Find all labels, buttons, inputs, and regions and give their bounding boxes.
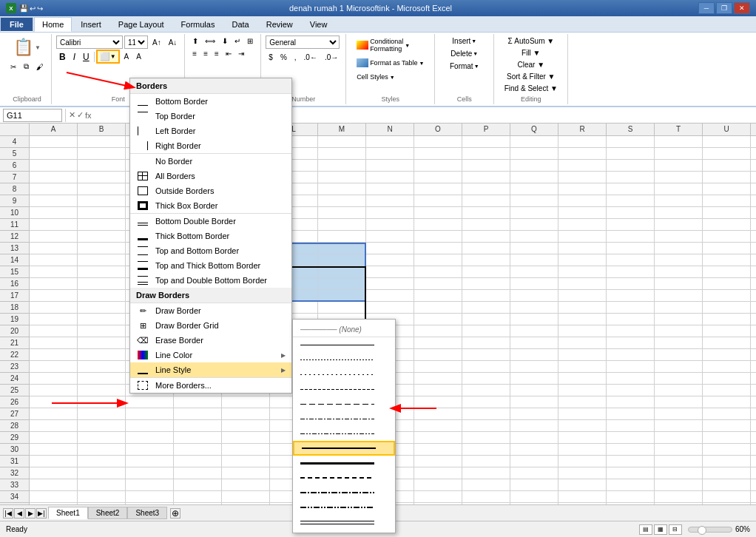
cell-4-8[interactable] [414,136,462,148]
cell-24-12[interactable] [607,373,655,385]
cell-16-12[interactable] [607,278,655,290]
cell-23-8[interactable] [414,361,462,373]
cell-10-10[interactable] [510,207,558,219]
cell-12-14[interactable] [703,231,751,243]
cell-23-13[interactable] [655,361,703,373]
cell-12-13[interactable] [655,231,703,243]
line-color-item[interactable]: Line Color ▶ [130,348,291,362]
line-style-dotted2[interactable] [293,367,395,382]
cell-14-13[interactable] [655,254,703,266]
cell-33-15[interactable] [751,479,756,491]
cell-9-8[interactable] [414,195,462,207]
cell-11-8[interactable] [414,219,462,231]
outside-borders-item[interactable]: Outside Borders [130,183,291,198]
cell-9-7[interactable] [366,195,414,207]
cell-styles-arrow[interactable]: ▼ [390,75,395,80]
cell-7-7[interactable] [366,172,414,183]
cell-20-12[interactable] [607,325,655,337]
cell-8-1[interactable] [78,183,126,195]
cell-14-9[interactable] [462,254,510,266]
formula-cancel-btn[interactable]: ✕ [69,110,75,120]
cell-34-1[interactable] [78,491,126,503]
cell-12-9[interactable] [462,231,510,243]
line-style-medium-solid[interactable] [293,441,395,456]
cell-23-14[interactable] [703,361,751,373]
line-style-no-border[interactable]: ─────── (None) [293,322,395,337]
cell-7-14[interactable] [703,172,751,183]
paste-dropdown[interactable]: ▼ [35,44,41,51]
cell-28-11[interactable] [558,420,607,432]
cell-22-1[interactable] [78,349,126,361]
cell-13-9[interactable] [462,243,510,254]
cell-17-8[interactable] [414,290,462,302]
bold-btn[interactable]: B [56,50,69,64]
cell-21-10[interactable] [510,337,558,349]
cell-26-3[interactable] [174,396,222,408]
page-break-view-btn[interactable]: ⊟ [669,524,682,535]
cell-13-7[interactable] [366,243,414,254]
cell-31-14[interactable] [703,456,751,467]
increase-indent-btn[interactable]: ⇥ [235,48,247,59]
cell-8-0[interactable] [30,183,78,195]
cell-34-9[interactable] [462,491,510,503]
cell-11-14[interactable] [703,219,751,231]
cell-6-11[interactable] [558,160,607,172]
cell-8-6[interactable] [318,183,366,195]
align-left-btn[interactable]: ≡ [189,48,200,59]
row-34[interactable]: 34 [0,491,30,503]
cell-4-7[interactable] [366,136,414,148]
cell-33-4[interactable] [222,479,270,491]
no-border-item[interactable]: No Border [130,153,291,169]
cell-14-15[interactable] [751,254,756,266]
cell-31-9[interactable] [462,456,510,467]
cell-32-2[interactable] [126,467,174,479]
cell-16-11[interactable] [558,278,607,290]
cell-15-8[interactable] [414,266,462,278]
left-border-item[interactable]: Left Border [130,124,291,138]
cell-6-9[interactable] [462,160,510,172]
cell-17-13[interactable] [655,290,703,302]
cell-9-12[interactable] [607,195,655,207]
zoom-slider-thumb[interactable] [698,526,706,535]
cell-25-12[interactable] [607,385,655,396]
format-btn[interactable]: Format ▼ [447,61,482,72]
cell-19-12[interactable] [607,314,655,325]
cell-14-11[interactable] [558,254,607,266]
cell-33-12[interactable] [607,479,655,491]
cell-25-11[interactable] [558,385,607,396]
cell-20-11[interactable] [558,325,607,337]
cell-5-12[interactable] [607,148,655,160]
cell-18-7[interactable] [366,302,414,314]
cell-32-3[interactable] [174,467,222,479]
row-17[interactable]: 17 [0,290,30,302]
find-select-btn[interactable]: Find & Select ▼ [502,83,561,94]
conditional-formatting-btn[interactable]: ConditionalFormatting ▼ [354,36,412,55]
cell-24-14[interactable] [703,373,751,385]
cell-17-0[interactable] [30,290,78,302]
cell-13-8[interactable] [414,243,462,254]
col-U[interactable]: U [703,124,751,135]
cell-16-14[interactable] [703,278,751,290]
cell-4-6[interactable] [318,136,366,148]
cell-14-1[interactable] [78,254,126,266]
cell-20-1[interactable] [78,325,126,337]
cell-28-3[interactable] [174,420,222,432]
cell-14-7[interactable] [366,254,414,266]
cell-28-1[interactable] [78,420,126,432]
cell-15-11[interactable] [558,266,607,278]
cell-34-2[interactable] [126,491,174,503]
cell-6-1[interactable] [78,160,126,172]
col-B[interactable]: B [78,124,126,135]
format-painter-btn[interactable]: 🖌 [33,61,47,72]
cell-7-13[interactable] [655,172,703,183]
cell-16-1[interactable] [78,278,126,290]
cell-29-0[interactable] [30,432,78,444]
cell-7-6[interactable] [318,172,366,183]
wrap-text-btn[interactable]: ↵ [232,36,243,47]
row-8[interactable]: 8 [0,183,30,195]
cell-27-15[interactable] [751,408,756,420]
cell-24-9[interactable] [462,373,510,385]
cell-5-8[interactable] [414,148,462,160]
cell-21-0[interactable] [30,337,78,349]
cell-30-11[interactable] [558,444,607,456]
